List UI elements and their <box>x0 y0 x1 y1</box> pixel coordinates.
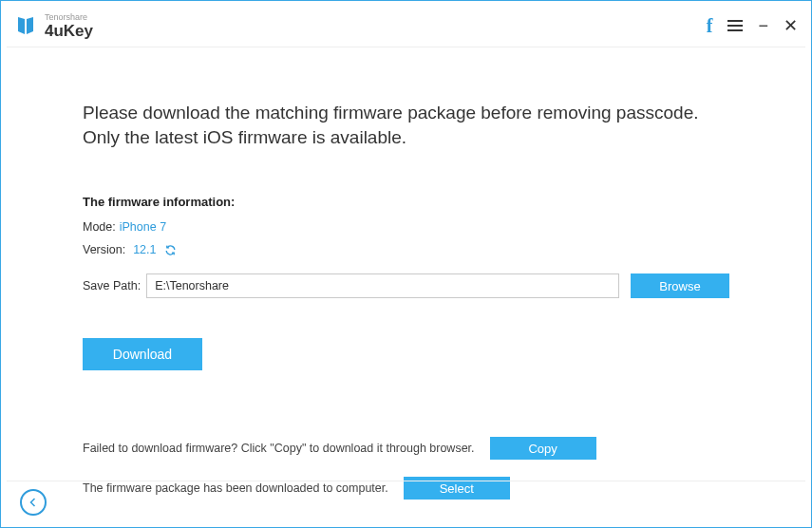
back-button[interactable] <box>20 489 47 516</box>
titlebar: Tenorshare 4uKey f − ✕ <box>1 1 811 47</box>
title-controls: f − ✕ <box>707 15 798 37</box>
instruction-text: Please download the matching firmware pa… <box>83 101 729 149</box>
version-label: Version: <box>83 243 125 256</box>
download-button[interactable]: Download <box>83 338 202 370</box>
copy-text: Failed to download firmware? Click "Copy… <box>83 442 475 455</box>
brand-product: 4uKey <box>45 23 93 39</box>
brand-block: Tenorshare 4uKey <box>45 13 93 39</box>
minimize-button[interactable]: − <box>758 17 768 34</box>
version-row: Version: 12.1 <box>83 243 729 256</box>
menu-icon[interactable] <box>727 20 743 31</box>
save-path-label: Save Path: <box>83 279 141 292</box>
mode-value: iPhone 7 <box>120 220 166 234</box>
version-value: 12.1 <box>133 243 156 256</box>
copy-button[interactable]: Copy <box>490 437 596 460</box>
close-button[interactable]: ✕ <box>784 17 798 34</box>
save-path-row: Save Path: Browse <box>83 273 729 298</box>
save-path-input[interactable] <box>146 273 619 298</box>
browse-button[interactable]: Browse <box>631 273 729 298</box>
copy-row: Failed to download firmware? Click "Copy… <box>83 437 729 460</box>
bottom-rows: Failed to download firmware? Click "Copy… <box>83 437 729 500</box>
app-window: Tenorshare 4uKey f − ✕ Please download t… <box>0 0 812 528</box>
refresh-icon[interactable] <box>164 244 177 256</box>
firmware-heading: The firmware information: <box>83 195 729 209</box>
brand-company: Tenorshare <box>45 13 93 22</box>
mode-label: Mode: <box>83 220 116 234</box>
footer-divider <box>7 481 805 481</box>
app-logo-icon <box>14 14 37 37</box>
facebook-icon[interactable]: f <box>707 15 713 37</box>
chevron-left-icon <box>28 497 39 508</box>
select-text: The firmware package has been downloaded… <box>83 481 388 495</box>
mode-row: Mode: iPhone 7 <box>83 220 729 234</box>
main-content: Please download the matching firmware pa… <box>1 47 811 500</box>
